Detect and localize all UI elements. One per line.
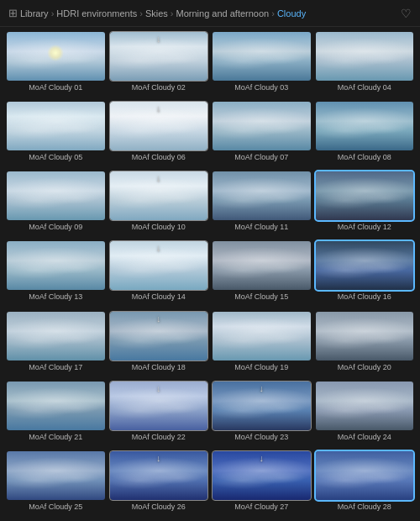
breadcrumb-morning[interactable]: Morning and afternoon [176,8,270,18]
thumb-item-5[interactable]: MoAf Cloudy 05 [7,102,105,166]
thumb-label-4: MoAf Cloudy 04 [338,83,391,92]
thumb-item-3[interactable]: MoAf Cloudy 03 [213,32,311,97]
thumb-wrapper-6: ↓ [110,102,208,150]
thumb-wrapper-7 [213,102,311,150]
thumb-item-27[interactable]: ↓MoAf Cloudy 27 [213,451,311,516]
breadcrumb-cloudy[interactable]: Cloudy [277,8,306,18]
thumb-wrapper-10: ↓ [110,171,208,220]
thumb-item-7[interactable]: MoAf Cloudy 07 [213,102,311,166]
thumb-wrapper-22: ↓ [110,382,208,430]
thumb-label-6: MoAf Cloudy 06 [132,153,186,161]
thumb-label-15: MoAf Cloudy 15 [234,292,288,301]
thumb-item-1[interactable]: MoAf Cloudy 01 [7,32,105,97]
thumb-image-20 [316,312,414,360]
thumb-label-18: MoAf Cloudy 18 [132,363,186,371]
thumb-item-11[interactable]: MoAf Cloudy 11 [213,171,311,236]
thumb-item-4[interactable]: MoAf Cloudy 04 [316,32,414,97]
thumb-wrapper-15 [213,241,311,290]
breadcrumb: ⊞ Library › HDRI environments › Skies › … [8,7,306,19]
download-badge-10: ↓ [156,173,161,183]
thumb-wrapper-9 [7,171,105,220]
breadcrumb-library[interactable]: Library [20,8,49,18]
download-badge-22: ↓ [156,383,161,393]
download-badge-6: ↓ [156,103,161,113]
thumb-item-22[interactable]: ↓MoAf Cloudy 22 [110,382,208,446]
favorite-icon[interactable]: ♡ [401,7,412,20]
thumb-image-24 [316,382,414,430]
thumb-wrapper-14: ↓ [110,241,208,290]
thumb-item-17[interactable]: MoAf Cloudy 17 [7,312,105,376]
thumb-label-19: MoAf Cloudy 19 [234,363,288,371]
thumb-item-23[interactable]: ↓MoAf Cloudy 23 [213,382,311,446]
thumb-label-17: MoAf Cloudy 17 [29,363,82,371]
thumb-label-8: MoAf Cloudy 08 [338,153,391,161]
thumb-item-25[interactable]: MoAf Cloudy 25 [7,451,105,516]
thumb-label-11: MoAf Cloudy 11 [234,223,288,231]
thumbnail-grid: MoAf Cloudy 01↓MoAf Cloudy 02MoAf Cloudy… [0,27,420,521]
thumb-label-10: MoAf Cloudy 10 [132,223,186,231]
thumb-item-9[interactable]: MoAf Cloudy 09 [7,171,105,236]
thumb-wrapper-25 [7,451,105,500]
thumb-item-15[interactable]: MoAf Cloudy 15 [213,241,311,306]
thumb-item-20[interactable]: MoAf Cloudy 20 [316,312,414,376]
download-badge-27: ↓ [260,453,265,463]
thumb-label-25: MoAf Cloudy 25 [29,503,82,511]
thumb-item-24[interactable]: MoAf Cloudy 24 [316,382,414,446]
thumb-image-4 [316,32,414,81]
thumb-image-21 [7,382,105,430]
thumb-wrapper-23: ↓ [213,382,311,430]
thumb-item-6[interactable]: ↓MoAf Cloudy 06 [110,102,208,166]
breadcrumb-sep-1: › [51,8,55,18]
breadcrumb-hdri[interactable]: HDRI environments [56,8,137,18]
thumb-image-5 [7,102,105,150]
thumb-item-18[interactable]: ↓MoAf Cloudy 18 [110,312,208,376]
thumb-label-23: MoAf Cloudy 23 [234,433,288,441]
thumb-item-16[interactable]: MoAf Cloudy 16 [316,241,414,306]
thumb-wrapper-1 [7,32,105,81]
thumb-wrapper-3 [213,32,311,81]
thumb-item-13[interactable]: MoAf Cloudy 13 [7,241,105,306]
header-actions: ♡ [401,7,412,20]
thumb-label-9: MoAf Cloudy 09 [29,223,82,231]
thumb-item-26[interactable]: ↓MoAf Cloudy 26 [110,451,208,516]
thumb-image-17 [7,312,105,360]
thumb-label-24: MoAf Cloudy 24 [338,433,391,441]
thumb-wrapper-2: ↓ [110,32,208,81]
download-badge-26: ↓ [156,453,161,463]
thumb-item-8[interactable]: MoAf Cloudy 08 [316,102,414,166]
thumb-item-28[interactable]: MoAf Cloudy 28 [316,451,414,516]
thumb-wrapper-21 [7,382,105,430]
thumb-image-12 [316,171,414,220]
thumb-item-2[interactable]: ↓MoAf Cloudy 02 [110,32,208,97]
breadcrumb-sep-3: › [171,8,174,18]
thumb-label-27: MoAf Cloudy 27 [234,503,288,511]
thumb-label-28: MoAf Cloudy 28 [338,503,391,511]
thumb-label-14: MoAf Cloudy 14 [132,292,186,301]
thumb-image-15 [213,241,311,290]
thumb-wrapper-16 [316,241,414,290]
thumb-item-10[interactable]: ↓MoAf Cloudy 10 [110,171,208,236]
thumb-label-26: MoAf Cloudy 26 [132,503,186,511]
thumb-label-1: MoAf Cloudy 01 [29,83,82,92]
header: ⊞ Library › HDRI environments › Skies › … [0,0,420,27]
thumb-wrapper-24 [316,382,414,430]
thumb-wrapper-11 [213,171,311,220]
thumb-wrapper-26: ↓ [110,451,208,500]
breadcrumb-sep-2: › [139,8,143,18]
breadcrumb-skies[interactable]: Skies [145,8,168,18]
thumb-item-12[interactable]: MoAf Cloudy 12 [316,171,414,236]
thumb-image-19 [213,312,311,360]
thumb-wrapper-12 [316,171,414,220]
thumb-image-1 [7,32,105,81]
download-badge-18: ↓ [156,313,161,324]
breadcrumb-sep-4: › [271,8,275,18]
thumb-image-16 [316,241,414,290]
thumb-image-28 [316,451,414,500]
thumb-image-3 [213,32,311,81]
thumb-item-19[interactable]: MoAf Cloudy 19 [213,312,311,376]
thumb-wrapper-17 [7,312,105,360]
thumb-wrapper-19 [213,312,311,360]
thumb-wrapper-20 [316,312,414,360]
thumb-item-14[interactable]: ↓MoAf Cloudy 14 [110,241,208,306]
thumb-item-21[interactable]: MoAf Cloudy 21 [7,382,105,446]
